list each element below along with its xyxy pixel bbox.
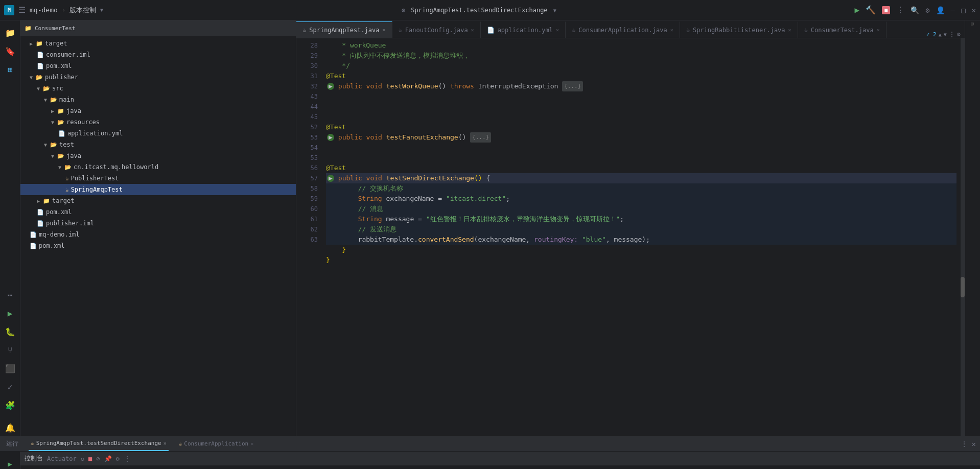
tree-label-java: java bbox=[66, 107, 81, 114]
consumer-tab-close[interactable]: ✕ bbox=[250, 441, 253, 447]
account-icon[interactable]: 👤 bbox=[936, 6, 945, 14]
sidebar-plugins-icon[interactable]: 🧩 bbox=[2, 397, 18, 413]
run-gutter-32[interactable]: ▶ bbox=[327, 83, 334, 90]
tree-label-publisher: publisher bbox=[45, 74, 78, 81]
sidebar-more-icon[interactable]: ⋯ bbox=[2, 287, 18, 303]
consumer-app-tab[interactable]: ☕ ConsumerApplication ✕ bbox=[177, 436, 256, 451]
app-logo: M bbox=[4, 5, 14, 15]
tabs-more-icon[interactable]: ⋮ bbox=[949, 31, 955, 38]
tree-item-publisher[interactable]: ▼ 📂publisher bbox=[20, 72, 296, 83]
console-toolbar: 控制台 Actuator ↻ ■ ⊘ 📌 ⚙ ⋮ bbox=[20, 452, 980, 466]
stop-button[interactable]: ■ bbox=[882, 6, 890, 14]
folder-icon-resources: ▼ 📂 bbox=[51, 119, 64, 126]
run-button[interactable]: ▶ bbox=[855, 5, 860, 15]
tree-label-spring_amqp_test: SpringAmqpTest bbox=[71, 186, 123, 193]
tree-item-target1[interactable]: ▶ 📁target bbox=[20, 38, 296, 49]
tab-close-consumer_test[interactable]: ✕ bbox=[877, 27, 880, 33]
search-icon[interactable]: 🔍 bbox=[911, 6, 919, 14]
code-editor[interactable]: * workQueue * 向队列中不停发送消息，模拟消息堆积， */ @Tes… bbox=[322, 38, 961, 436]
title-controls: ▶ 🔨 ■ ⋮ 🔍 ⚙ 👤 — □ ✕ bbox=[855, 5, 976, 15]
tree-item-target2[interactable]: ▶ 📁target bbox=[20, 195, 296, 206]
tree-item-publisher_iml[interactable]: 📄publisher.iml bbox=[20, 218, 296, 229]
console-stop-icon[interactable]: ■ bbox=[88, 455, 92, 462]
bottom-panel-more[interactable]: ⋮ bbox=[961, 440, 968, 448]
tree-item-pom_xml1[interactable]: 📄pom.xml bbox=[20, 60, 296, 72]
tree-item-mq_demo_iml[interactable]: 📄mq-demo.iml bbox=[20, 229, 296, 240]
settings-icon[interactable]: ⚙ bbox=[925, 6, 929, 14]
run-gutter-54[interactable]: ▶ bbox=[327, 175, 334, 182]
folder-icon-java: ▶ 📁 bbox=[51, 108, 64, 114]
more-options-icon[interactable]: ⋮ bbox=[896, 5, 904, 15]
sidebar-project-icon[interactable]: 📁 bbox=[2, 25, 18, 41]
tab-close-spring_amqp[interactable]: ✕ bbox=[383, 27, 386, 33]
minimize-button[interactable]: — bbox=[951, 6, 955, 14]
tab-spring_rabbit[interactable]: ☕SpringRabbitListener.java✕ bbox=[680, 21, 798, 38]
folder-icon-target1: ▶ 📁 bbox=[30, 40, 43, 47]
version-control-menu[interactable]: 版本控制 bbox=[69, 6, 96, 15]
tree-label-app_yml: application.yml bbox=[67, 130, 123, 137]
console-more2-icon[interactable]: ⋮ bbox=[124, 455, 131, 463]
tab-consumer_test[interactable]: ☕ConsumerTest.java✕ bbox=[798, 21, 886, 38]
tab-close-consumer_app[interactable]: ✕ bbox=[670, 27, 673, 33]
tab-spring_amqp[interactable]: ☕SpringAmqpTest.java✕ bbox=[296, 21, 392, 38]
version-control-chevron[interactable]: ▼ bbox=[100, 7, 103, 13]
editor-settings-icon[interactable]: ⚙ bbox=[957, 31, 961, 38]
sidebar-structure-icon[interactable]: ⊞ bbox=[2, 61, 18, 78]
tree-item-cn_pkg[interactable]: ▼ 📂cn.itcast.mq.helloworld bbox=[20, 161, 296, 173]
tab-close-spring_rabbit[interactable]: ✕ bbox=[788, 27, 791, 33]
actuator-label[interactable]: Actuator bbox=[47, 455, 77, 462]
console-output[interactable]: 11-20 13:51:21:997 INFO 16340 --- [ main… bbox=[20, 466, 980, 469]
tree-label-consumer_iml: consumer.iml bbox=[46, 51, 90, 58]
spring-amqp-tab-close[interactable]: ✕ bbox=[164, 440, 167, 446]
tab-label-application_yml: application.yml bbox=[498, 27, 553, 34]
spring-amqp-run-tab[interactable]: ☕ SpringAmqpTest.testSendDirectExchange … bbox=[29, 436, 169, 451]
right-sidebar: m bbox=[965, 20, 980, 436]
console-restart-icon[interactable]: ↻ bbox=[81, 455, 84, 462]
tab-application_yml[interactable]: 📄application.yml✕ bbox=[481, 21, 566, 38]
sidebar-todo-icon[interactable]: ✓ bbox=[2, 379, 18, 395]
tab-chevron-up[interactable]: ▲ bbox=[939, 32, 942, 37]
editor-scrollbar[interactable] bbox=[961, 38, 965, 436]
run-config-chevron[interactable]: ▼ bbox=[553, 8, 556, 13]
tab-chevron-down[interactable]: ▼ bbox=[944, 32, 947, 37]
sidebar-bookmark-icon[interactable]: 🔖 bbox=[2, 43, 18, 59]
console-clear-icon[interactable]: ⊘ bbox=[96, 455, 100, 462]
tree-item-spring_amqp_test[interactable]: ☕SpringAmqpTest bbox=[20, 184, 296, 195]
tab-close-application_yml[interactable]: ✕ bbox=[556, 27, 559, 33]
tab-close-fanout_config[interactable]: ✕ bbox=[471, 27, 474, 33]
sidebar-terminal-icon[interactable]: ⬛ bbox=[2, 360, 18, 377]
tab-fanout_config[interactable]: ☕FanoutConfig.java✕ bbox=[392, 21, 481, 38]
tree-item-app_yml[interactable]: 📄application.yml bbox=[20, 128, 296, 139]
run-tab[interactable]: 运行 bbox=[4, 436, 20, 451]
project-name[interactable]: mq-demo bbox=[30, 6, 58, 14]
bottom-panel-close-icon[interactable]: ✕ bbox=[972, 440, 976, 448]
tree-item-publisher_test[interactable]: ☕PublisherTest bbox=[20, 173, 296, 184]
tree-item-consumer_iml[interactable]: 📄consumer.iml bbox=[20, 49, 296, 60]
close-button[interactable]: ✕ bbox=[972, 6, 976, 14]
tab-consumer_app[interactable]: ☕ConsumerApplication.java✕ bbox=[566, 21, 680, 38]
tree-item-pom_xml3[interactable]: 📄pom.xml bbox=[20, 240, 296, 251]
tree-item-java2[interactable]: ▼ 📂java bbox=[20, 150, 296, 161]
file-tree-header: 📁 ConsumerTest bbox=[20, 20, 296, 36]
hamburger-icon[interactable]: ☰ bbox=[18, 5, 26, 15]
tree-item-test[interactable]: ▼ 📂test bbox=[20, 139, 296, 150]
sidebar-vcs-icon[interactable]: ⑂ bbox=[2, 342, 18, 358]
tree-item-pom_xml2[interactable]: 📄pom.xml bbox=[20, 206, 296, 218]
tree-item-java[interactable]: ▶ 📁java bbox=[20, 105, 296, 116]
tree-item-main[interactable]: ▼ 📂main bbox=[20, 94, 296, 105]
console-play-icon[interactable]: ▶ bbox=[2, 456, 18, 469]
sidebar-notifications-icon[interactable]: 🔔 bbox=[2, 419, 18, 436]
console-pin2-icon[interactable]: 📌 bbox=[104, 455, 112, 462]
bottom-left-icons: ▶ ↑ ↓ ⚙ 🔍 📌 bbox=[0, 452, 20, 469]
sidebar-debug-icon[interactable]: 🐛 bbox=[2, 323, 18, 340]
console-settings2-icon[interactable]: ⚙ bbox=[116, 455, 120, 462]
sidebar-run-icon[interactable]: ▶ bbox=[2, 305, 18, 321]
tree-item-src[interactable]: ▼ 📂src bbox=[20, 83, 296, 94]
line-numbers: 28 29 30 31 32 43 44 45 52 53 54 55 56 5… bbox=[296, 38, 322, 436]
maximize-button[interactable]: □ bbox=[961, 6, 965, 14]
tab-label-fanout_config: FanoutConfig.java bbox=[405, 27, 468, 34]
tree-item-resources[interactable]: ▼ 📂resources bbox=[20, 116, 296, 128]
run-gutter-45[interactable]: ▶ bbox=[327, 134, 334, 141]
build-icon[interactable]: 🔨 bbox=[866, 5, 876, 15]
tree-label-test: test bbox=[59, 141, 74, 148]
